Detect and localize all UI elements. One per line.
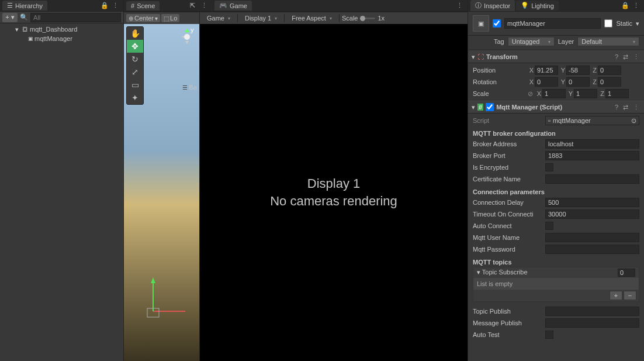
static-checkbox[interactable] xyxy=(604,19,612,27)
game-message-2: No cameras rendering xyxy=(270,194,397,209)
inspector-menu-icon[interactable]: ⋮ xyxy=(631,2,642,9)
mqtt-password-label: Mqtt Password xyxy=(473,246,543,253)
scene-pivot-dropdown[interactable]: ⊕Center▾ xyxy=(126,14,160,22)
scene-local-dropdown[interactable]: ⬚Lo xyxy=(161,14,179,22)
auto-test-checkbox[interactable] xyxy=(545,331,553,339)
static-label: Static xyxy=(616,20,632,27)
mqtt-component-header[interactable]: ▾ # Mqtt Manager (Script) ? ⇄ ⋮ xyxy=(468,101,644,114)
broker-address-label: Broker Address xyxy=(473,140,543,147)
scene-expand-icon[interactable]: ⇱ xyxy=(188,2,198,9)
certificate-input[interactable] xyxy=(545,174,639,184)
scale-z-input[interactable] xyxy=(605,89,629,98)
svg-marker-0 xyxy=(185,29,189,32)
hierarchy-menu-icon[interactable]: ⋮ xyxy=(110,2,121,9)
topic-publish-label: Topic Publish xyxy=(473,308,543,315)
mqtt-enabled-checkbox[interactable] xyxy=(486,103,494,111)
scene-back-label: ☰ Ba xyxy=(182,84,197,91)
component-menu-icon[interactable]: ⋮ xyxy=(632,104,640,111)
orientation-gizmo[interactable]: y xyxy=(178,27,196,45)
tab-hierarchy-label: Hierarchy xyxy=(15,2,43,9)
display-dropdown[interactable]: Display 1 xyxy=(240,14,282,22)
tab-scene[interactable]: # Scene xyxy=(126,1,160,11)
scene-view[interactable]: ⊕Center▾ ⬚Lo ✋ ✥ ↻ ⤢ ▭ ✦ y xyxy=(124,12,200,361)
broker-section-title: MQTT broker configuration xyxy=(473,130,639,137)
rotate-tool[interactable]: ↻ xyxy=(127,53,143,66)
tab-lighting[interactable]: 💡 Lighting xyxy=(516,1,559,11)
constrain-icon[interactable]: ⊘ xyxy=(528,90,533,98)
rotation-y-input[interactable] xyxy=(566,77,590,87)
svg-marker-7 xyxy=(151,277,155,283)
topic-subscribe-header[interactable]: ▾ Topic Subscribe xyxy=(473,267,639,278)
position-x-input[interactable] xyxy=(535,66,558,75)
scene-toolbar: ⊕Center▾ ⬚Lo xyxy=(124,12,199,24)
auto-connect-checkbox[interactable] xyxy=(545,222,553,230)
connection-delay-input[interactable] xyxy=(545,198,639,207)
game-toolbar: Game Display 1 Free Aspect Scale 1x xyxy=(200,12,468,24)
hierarchy-search-input[interactable] xyxy=(30,13,121,22)
component-menu-icon[interactable]: ⋮ xyxy=(632,53,640,61)
svg-text:y: y xyxy=(191,27,194,33)
tab-game[interactable]: 🎮 Game xyxy=(214,1,252,11)
script-label: Script xyxy=(473,117,543,124)
message-publish-input[interactable] xyxy=(545,318,639,328)
hierarchy-gameobject-item[interactable]: ▣ mqttManager xyxy=(0,34,123,43)
scene-menu-icon[interactable]: ⋮ xyxy=(199,2,210,9)
help-icon[interactable]: ? xyxy=(614,53,619,60)
gameobject-name-input[interactable] xyxy=(504,18,601,29)
scene-origin-gizmo xyxy=(136,276,188,323)
rotation-z-input[interactable] xyxy=(598,77,621,87)
scale-slider[interactable] xyxy=(360,18,375,19)
hierarchy-scene-item[interactable]: ▾ ⛋ mqtt_Dashboard xyxy=(0,25,123,34)
is-encrypted-checkbox[interactable] xyxy=(545,163,553,171)
mqtt-password-input[interactable] xyxy=(545,245,639,254)
tab-inspector[interactable]: ⓘ Inspector xyxy=(470,0,515,11)
move-tool[interactable]: ✥ xyxy=(127,40,143,53)
preset-icon[interactable]: ⇄ xyxy=(622,53,629,61)
transform-component-header[interactable]: ▾ ⛶ Transform ? ⇄ ⋮ xyxy=(468,50,644,63)
gameobject-icon[interactable]: ▣ xyxy=(473,15,489,32)
game-mode-dropdown[interactable]: Game xyxy=(202,14,235,22)
scene-local-label: Lo xyxy=(170,15,177,22)
svg-marker-3 xyxy=(181,36,184,38)
layer-value: Default xyxy=(581,38,602,45)
broker-address-input[interactable] xyxy=(545,139,639,149)
help-icon[interactable]: ? xyxy=(614,104,619,111)
mqtt-user-input[interactable] xyxy=(545,233,639,242)
position-y-input[interactable] xyxy=(566,66,590,75)
topic-subscribe-count-input[interactable] xyxy=(618,269,635,277)
scale-tool[interactable]: ⤢ xyxy=(127,66,143,78)
hand-tool[interactable]: ✋ xyxy=(127,27,143,40)
list-add-button[interactable]: + xyxy=(610,291,622,300)
rotation-x-input[interactable] xyxy=(535,77,558,87)
list-empty-label: List is empty xyxy=(473,278,639,290)
rect-tool[interactable]: ▭ xyxy=(127,78,143,91)
script-field[interactable]: ▫mqttManager⊙ xyxy=(545,116,639,125)
transform-tool[interactable]: ✦ xyxy=(127,91,143,104)
certificate-label: Certificate Name xyxy=(473,176,543,183)
game-mode-label: Game xyxy=(207,15,224,22)
object-picker-icon[interactable]: ⊙ xyxy=(631,117,636,125)
scale-label: Scale xyxy=(473,90,525,97)
tag-dropdown[interactable]: Untagged xyxy=(508,37,555,46)
timeout-input[interactable] xyxy=(545,209,639,219)
preset-icon[interactable]: ⇄ xyxy=(622,104,629,111)
scale-x-input[interactable] xyxy=(542,89,566,98)
lock-icon[interactable]: 🔒 xyxy=(101,2,109,9)
scale-y-input[interactable] xyxy=(574,89,597,98)
tab-lighting-label: Lighting xyxy=(531,2,554,9)
tab-hierarchy[interactable]: ☰ Hierarchy xyxy=(2,1,47,11)
scale-control: Scale 1x xyxy=(342,15,385,22)
lock-icon[interactable]: 🔒 xyxy=(621,2,629,9)
static-dropdown-icon[interactable]: ▾ xyxy=(636,20,639,27)
game-menu-icon[interactable]: ⋮ xyxy=(454,2,465,9)
gameobject-enabled-checkbox[interactable] xyxy=(493,19,501,27)
hierarchy-add-button[interactable]: + ▾ xyxy=(2,13,18,22)
display-label: Display 1 xyxy=(245,15,271,22)
list-remove-button[interactable]: − xyxy=(624,291,636,300)
topic-publish-input[interactable] xyxy=(545,307,639,316)
aspect-dropdown[interactable]: Free Aspect xyxy=(287,14,337,22)
position-z-input[interactable] xyxy=(598,66,621,75)
chevron-down-icon: ▾ xyxy=(15,26,21,33)
broker-port-input[interactable] xyxy=(545,151,639,160)
layer-dropdown[interactable]: Default xyxy=(577,37,639,46)
